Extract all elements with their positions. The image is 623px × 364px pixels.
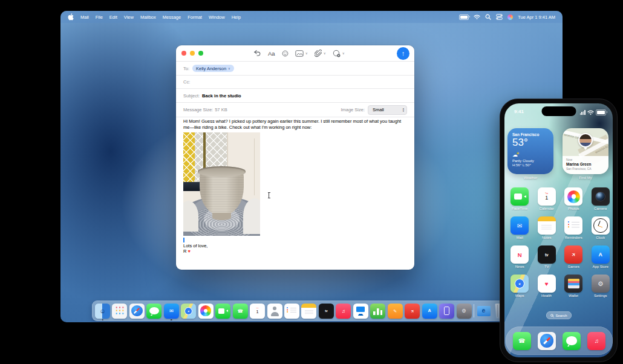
findmy-now: Now (566, 158, 605, 161)
dock-app-launchpad[interactable] (112, 301, 127, 321)
findmy-widget[interactable]: MARINA GREEN DR MARINA BLV Now Marina Gr… (563, 128, 608, 174)
iphone-dock-app-safari[interactable] (538, 332, 556, 350)
to-field[interactable]: To: Kelly Anderson (176, 61, 414, 75)
dock-app-mail[interactable] (164, 301, 179, 321)
menu-item[interactable]: Format (188, 15, 202, 20)
dock-app-games[interactable] (405, 301, 420, 321)
subject-label: Subject: (183, 93, 200, 99)
attached-photo-pottery[interactable] (183, 132, 260, 236)
dock-app-reminders[interactable] (284, 301, 299, 321)
iphone-app-appstore[interactable]: App Store (587, 245, 613, 275)
app-icon (592, 216, 610, 235)
dock-app-notes[interactable] (301, 301, 316, 321)
menu-item[interactable]: View (124, 15, 134, 20)
minimize-button[interactable] (190, 51, 195, 56)
app-icon (587, 332, 605, 350)
iphone-dock-app-phone[interactable] (513, 332, 531, 350)
photo-detail (212, 213, 230, 220)
zoom-button[interactable] (198, 51, 203, 56)
dock-app-contacts[interactable] (267, 301, 282, 321)
photo-browser-icon[interactable] (295, 50, 308, 57)
send-button[interactable] (397, 47, 409, 60)
dock-app-music[interactable] (336, 301, 351, 321)
recipient-pill[interactable]: Kelly Anderson (192, 65, 234, 72)
iphone-app-facetime[interactable]: FaceTime (506, 187, 533, 216)
app-label: Settings (594, 294, 607, 297)
emoji-icon[interactable] (282, 50, 289, 57)
iphone-app-camera[interactable]: Camera (587, 187, 613, 216)
menu-bar-status: Tue Apr 1 9:41 AM (459, 14, 555, 20)
cc-field[interactable]: Cc: (176, 75, 414, 88)
menu-item[interactable]: Mail (80, 15, 89, 20)
menu-bar-clock[interactable]: Tue Apr 1 9:41 AM (518, 15, 555, 20)
dock-app-settings[interactable] (457, 301, 472, 321)
subject-field[interactable]: Subject: Back in the studio (176, 88, 414, 102)
menu-item[interactable]: Window (209, 15, 225, 20)
dock-app-messages[interactable] (146, 301, 161, 321)
image-size-select[interactable]: Small (368, 105, 407, 115)
app-icon (95, 304, 110, 319)
dock-app-divider[interactable] (474, 301, 474, 321)
app-label: TV (544, 265, 549, 268)
iphone-app-notes[interactable]: Notes (533, 216, 561, 245)
app-icon (457, 304, 472, 319)
iphone-app-calendar[interactable]: Calendar (533, 187, 561, 216)
dock-app-numbers[interactable] (370, 301, 385, 321)
attach-file-icon[interactable] (315, 50, 326, 57)
iphone-app-reminders[interactable]: Reminders (560, 216, 587, 245)
dock-app-facetime[interactable] (215, 301, 230, 321)
iphone-dock-app-messages[interactable] (563, 332, 581, 350)
iphone-status-time: 9:41 (514, 109, 524, 114)
iphone-app-tv[interactable]: TV (533, 245, 561, 275)
iphone-app-news[interactable]: News (506, 245, 533, 275)
app-icon (538, 245, 556, 264)
menu-item[interactable]: Edit (109, 15, 117, 20)
app-icon (592, 245, 610, 264)
iphone-app-settings[interactable]: Settings (587, 275, 613, 304)
close-button[interactable] (181, 51, 186, 56)
battery-icon[interactable] (459, 15, 469, 20)
siri-icon[interactable] (507, 15, 513, 20)
insert-link-icon[interactable] (333, 50, 345, 57)
iphone-app-clock[interactable]: Clock (587, 216, 613, 245)
undo-icon[interactable] (253, 50, 261, 57)
spotlight-search-icon[interactable] (485, 14, 491, 20)
app-label: App Store (592, 265, 608, 268)
dock-app-keynote[interactable] (353, 301, 368, 321)
dock-app-tv[interactable] (319, 301, 334, 321)
app-icon (422, 304, 437, 319)
iphone-app-mail[interactable]: Mail (506, 216, 533, 245)
menu-item[interactable]: Message (163, 15, 181, 20)
home-search-pill[interactable]: Search (546, 311, 571, 319)
apple-menu-icon[interactable] (68, 13, 74, 21)
iphone-app-games[interactable]: Games (560, 245, 587, 275)
dock-app-photos[interactable] (198, 301, 214, 321)
menu-item[interactable]: Mailbox (140, 15, 156, 20)
menu-item[interactable]: File (96, 15, 103, 20)
app-icon (564, 245, 582, 264)
iphone-app-wallet[interactable]: Wallet (560, 275, 587, 304)
dock-app-calendar[interactable] (250, 301, 265, 321)
dock-app-finder[interactable] (95, 301, 110, 321)
iphone-app-health[interactable]: Health (533, 275, 561, 304)
control-center-icon[interactable] (496, 14, 503, 20)
findmy-info: Now Marina Green San Francisco, CA (563, 156, 608, 174)
dock-app-safari[interactable] (129, 301, 145, 321)
format-icon[interactable]: Aa (268, 50, 275, 57)
dock-app-phone[interactable] (233, 301, 248, 321)
dock-app-appstore[interactable] (422, 301, 437, 321)
dock-app-iphone-mirroring[interactable] (439, 301, 454, 321)
signature-block[interactable]: Lots of love, R ♥ (183, 238, 207, 254)
menu-item[interactable]: Help (232, 15, 241, 20)
dock-app-maps[interactable] (181, 301, 196, 321)
dock-app-pages[interactable] (388, 301, 403, 321)
dock (92, 301, 512, 321)
dock-app-downloads[interactable] (476, 301, 491, 321)
weather-widget[interactable]: San Francisco 53° ☀☁ Partly Cloudy H:56°… (507, 128, 553, 174)
iphone-dock-app-music[interactable] (587, 332, 605, 350)
cc-label: Cc: (183, 79, 190, 85)
iphone-app-maps[interactable]: Maps (506, 275, 533, 304)
wifi-icon[interactable] (474, 15, 480, 19)
iphone-app-photos[interactable]: Photos (560, 187, 587, 216)
photo-detail (198, 166, 246, 177)
